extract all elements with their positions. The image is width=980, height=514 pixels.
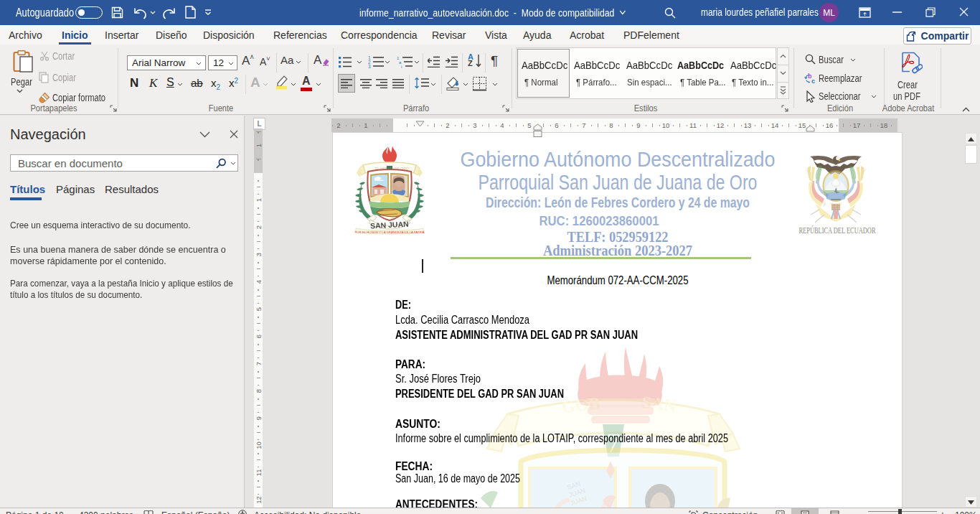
svg-text:i: i bbox=[401, 65, 402, 68]
svg-text:POR EL HONOR Y LA GRANDEZA DE: POR EL HONOR Y LA GRANDEZA DE LA PATRIA bbox=[354, 230, 424, 234]
svg-text:3: 3 bbox=[368, 64, 371, 68]
svg-text:SAN JUAN: SAN JUAN bbox=[370, 220, 409, 230]
svg-text:SAN: SAN bbox=[641, 393, 677, 415]
svg-text:GOB: GOB bbox=[561, 394, 601, 416]
svg-text:c: c bbox=[811, 78, 815, 85]
